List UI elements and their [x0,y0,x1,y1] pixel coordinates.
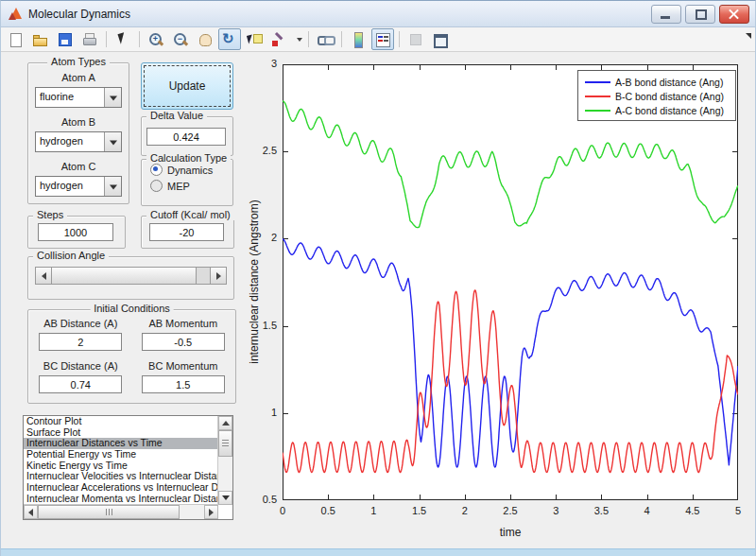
legend-entry: A-C bond distance (Ang) [578,103,735,117]
y-tick-label: 0.5 [247,494,277,505]
value-field[interactable]: -0.5 [142,333,225,351]
data-cursor-button[interactable] [243,28,266,50]
dropdown-button[interactable] [104,132,121,151]
minimize-button[interactable] [651,5,681,24]
y-tick-label: 1 [247,407,277,418]
panel-title: Initial Conditions [90,303,174,314]
x-tick-label: 2.5 [491,505,529,516]
atom-dropdown[interactable]: fluorine [35,87,122,108]
value-field[interactable]: 1.5 [142,375,225,393]
list-item[interactable]: Potential Energy vs Time [24,449,218,460]
link-plots-button[interactable] [314,28,336,50]
arrow-right-icon [209,509,214,516]
init-condition-cell: AB Momentum-0.5 [139,318,229,355]
x-tick-label: 0 [264,505,301,516]
dropdown-caret-button[interactable] [292,28,303,50]
slider-left-arrow[interactable] [36,268,52,284]
scroll-left-button[interactable] [24,505,38,519]
figure-toolbar [1,27,755,52]
panel-title: Collision Angle [33,250,109,261]
vertical-scrollbar[interactable] [217,416,232,505]
dock-figure-icon [432,31,449,48]
chart-legend[interactable]: A-B bond distance (Ang)B-C bond distance… [577,70,736,121]
panel-title: Delta Value [146,110,207,121]
new-document-button[interactable] [5,28,27,50]
list-item[interactable]: Internuclear Distances vs Time [24,438,218,449]
legend-line-sample [585,81,610,83]
window-title: Molecular Dynamics [28,8,130,21]
list-item[interactable]: Internuclear Accelerations vs Internucle… [24,482,218,494]
panel-title: Cutoff (Kcal/ mol) [146,209,234,220]
list-item[interactable]: Contour Plot [24,416,218,427]
delta-value-field[interactable]: 0.424 [146,128,226,146]
steps-field[interactable]: 1000 [38,223,113,241]
legend-line-sample [585,96,610,97]
atom-combo-group: Atom Chydrogen [28,161,129,197]
legend-entry: B-C bond distance (Ang) [578,89,735,103]
panel-title: Atom Types [47,56,110,67]
insert-colorbar-icon [350,31,367,48]
x-axis-label: time [283,526,738,539]
x-tick-label: 2 [446,505,484,516]
radio-option[interactable]: Dynamics [150,164,232,176]
print-button[interactable] [78,28,101,50]
pointer-button[interactable] [112,28,134,50]
value-field[interactable]: 2 [39,333,122,351]
list-item[interactable]: Internuclear Velocities vs Internuclear … [24,471,218,482]
open-file-button[interactable] [29,28,52,50]
close-button[interactable] [719,5,749,24]
field-label: AB Distance (A) [43,318,117,329]
minimize-icon [661,16,670,19]
dock-figure-button[interactable] [429,28,452,50]
insert-legend-button[interactable] [371,28,394,50]
scroll-up-button[interactable] [218,416,232,430]
pan-hand-button[interactable] [194,28,216,50]
maximize-button[interactable] [685,5,715,24]
vertical-scroll-thumb[interactable] [218,430,232,457]
plot-tools-off-icon [407,31,424,48]
dropdown-button[interactable] [104,177,121,196]
toolbar-overflow-arrow-icon[interactable] [746,33,751,39]
delta-value-panel: Delta Value 0.424 [141,116,233,156]
scroll-down-button[interactable] [218,491,232,505]
insert-colorbar-button[interactable] [347,28,369,50]
save-button[interactable] [54,28,77,50]
plot-type-listbox[interactable]: Contour PlotSurface PlotInternuclear Dis… [23,415,233,520]
horizontal-scroll-thumb[interactable] [38,505,180,519]
legend-label: A-C bond distance (Ang) [615,105,724,116]
matlab-logo-icon [9,8,23,20]
dropdown-value: hydrogen [40,135,83,147]
list-item[interactable]: Kinetic Energy vs Time [24,460,218,472]
list-item[interactable]: Surface Plot [24,427,218,439]
zoom-out-button[interactable] [169,28,192,50]
slider-thumb[interactable] [52,268,197,284]
atom-dropdown[interactable]: hydrogen [35,176,122,197]
atom-types-panel: Atom Types Atom AfluorineAtom BhydrogenA… [27,62,129,204]
scroll-right-button[interactable] [204,505,218,519]
pan-hand-icon [197,31,214,48]
rotate-3d-button[interactable] [218,28,241,50]
legend-line-sample [585,110,610,112]
atom-label: Atom C [61,161,96,172]
init-condition-cell: BC Distance (A)0.74 [36,360,126,397]
update-button[interactable]: Update [141,62,233,110]
brush-button[interactable] [267,28,290,50]
toolbar-separator [399,31,400,47]
chevron-down-icon [110,141,117,146]
arrow-left-icon [28,509,33,516]
legend-label: B-C bond distance (Ang) [615,91,724,102]
zoom-in-button[interactable] [145,28,167,50]
radio-option[interactable]: MEP [150,180,232,192]
x-tick-label: 1.5 [401,505,438,516]
app-window: Molecular Dynamics Atom Types Atom Afluo… [0,0,756,556]
radio-button-icon [150,180,163,192]
pointer-icon [114,31,131,48]
atom-dropdown[interactable]: hydrogen [35,131,122,152]
cutoff-field[interactable]: -20 [149,223,224,241]
value-field[interactable]: 0.74 [39,375,122,393]
slider-right-arrow[interactable] [210,268,226,284]
collision-angle-slider[interactable] [35,267,227,285]
list-item[interactable]: Internuclear Momenta vs Internuclear Dis… [24,494,218,505]
dropdown-button[interactable] [104,88,121,107]
horizontal-scrollbar[interactable] [24,504,218,519]
